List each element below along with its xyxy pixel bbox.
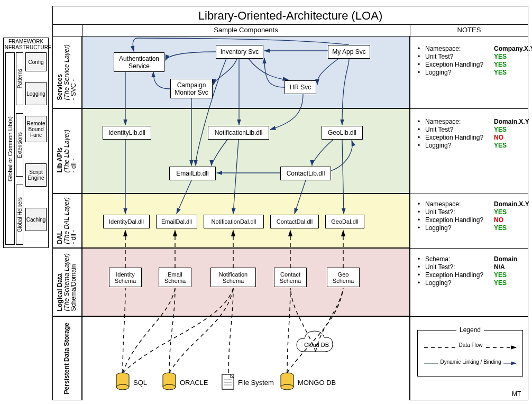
header-components: Sample Components bbox=[82, 26, 410, 34]
framework-item-logging: Logging bbox=[25, 82, 47, 105]
schema-notif: Notification Schema bbox=[210, 268, 256, 287]
lib-geo: GeoLib.dll bbox=[322, 126, 363, 140]
lib-email: EmailLib.dll bbox=[169, 167, 216, 180]
legend-bind: Dynamic Linking / Binding bbox=[418, 359, 524, 365]
svc-hr: HR Svc bbox=[285, 80, 316, 94]
schema-contact: Contact Schema bbox=[274, 268, 307, 287]
rowlabel-dal: DAL(The DAL Layer)- dll - bbox=[52, 194, 82, 248]
storage-fs: File System bbox=[238, 379, 274, 387]
dal-identity: IdentityDal.dll bbox=[103, 215, 150, 228]
framework-item-config: Config bbox=[25, 52, 47, 71]
framework-group-helpers: Global Helpers bbox=[16, 185, 23, 245]
layer-lib bbox=[82, 108, 410, 194]
dal-geo: GeoDal.dll bbox=[325, 215, 364, 228]
rowlabel-storage: Persistent Data Storage bbox=[52, 316, 82, 400]
lib-notif: NotificationLib.dll bbox=[208, 126, 269, 140]
framework-item-remote: Remote Bound Func bbox=[25, 116, 47, 142]
framework-group-patterns: Patterns bbox=[16, 52, 23, 105]
legend: Legend Data Flow Dynamic Linking / Bindi… bbox=[417, 330, 523, 377]
svc-myapp: My App Svc bbox=[328, 45, 370, 59]
framework-title: FRAMEWORK INFRASTRUCTURE bbox=[3, 39, 49, 50]
svc-auth: Authentication Service bbox=[114, 52, 164, 72]
svc-campaign: Campaign Monitor Svc bbox=[170, 79, 213, 98]
dal-notif: NotificationDal.dll bbox=[204, 215, 264, 228]
footer-mt: MT bbox=[512, 390, 521, 398]
schema-identity: Identity Schema bbox=[109, 268, 142, 287]
header-notes: NOTES bbox=[410, 26, 528, 34]
notes-services: •Namespace:Company.X.Y•Unit Test?YES•Exc… bbox=[418, 44, 532, 77]
dal-email: EmailDal.dll bbox=[156, 215, 197, 228]
schema-geo: Geo Schema bbox=[327, 268, 360, 287]
framework-item-caching: Caching bbox=[25, 208, 47, 231]
framework-group-extensions: Extensions bbox=[16, 113, 23, 177]
framework-item-script: Script Engine bbox=[25, 163, 47, 187]
storage-oracle: ORACLE bbox=[180, 379, 208, 387]
rowlabel-services: Services(The Service Layer)- SVC - bbox=[52, 36, 82, 108]
storage-cloud: Cloud DB bbox=[304, 342, 329, 348]
lib-contact: ContactLib.dll bbox=[280, 167, 331, 180]
rowlabel-lib: Lib APIs(The Lib Layer)- dll - bbox=[52, 108, 82, 194]
notes-dal: •Namespace:Domain.X.Y•Unit Test?:YES•Exc… bbox=[418, 200, 529, 232]
svc-inventory: Inventory Svc bbox=[216, 45, 263, 59]
legend-flow: Data Flow bbox=[418, 342, 524, 348]
dal-contact: ContactDal.dll bbox=[270, 215, 319, 228]
storage-sql: SQL bbox=[133, 379, 147, 387]
layer-storage bbox=[82, 316, 410, 400]
notes-lib: •Namespace:Domain.X.Y•Unit Test?YES•Exce… bbox=[418, 117, 529, 150]
framework-global-libs: Global or Common Lib(s) bbox=[5, 52, 15, 245]
schema-email: Email Schema bbox=[159, 268, 191, 287]
notes-schema: •Schema:Domain•Unit Test?:N/A•Exception … bbox=[418, 255, 517, 287]
page-title: Library-Oriented-Architecture (LOA) bbox=[52, 9, 528, 23]
storage-mongo: MONGO DB bbox=[298, 379, 336, 387]
rowlabel-schema: Logical Data(The Schema Layer)Schema/Dom… bbox=[52, 248, 82, 316]
lib-identity: IdentityLib.dll bbox=[103, 126, 151, 140]
